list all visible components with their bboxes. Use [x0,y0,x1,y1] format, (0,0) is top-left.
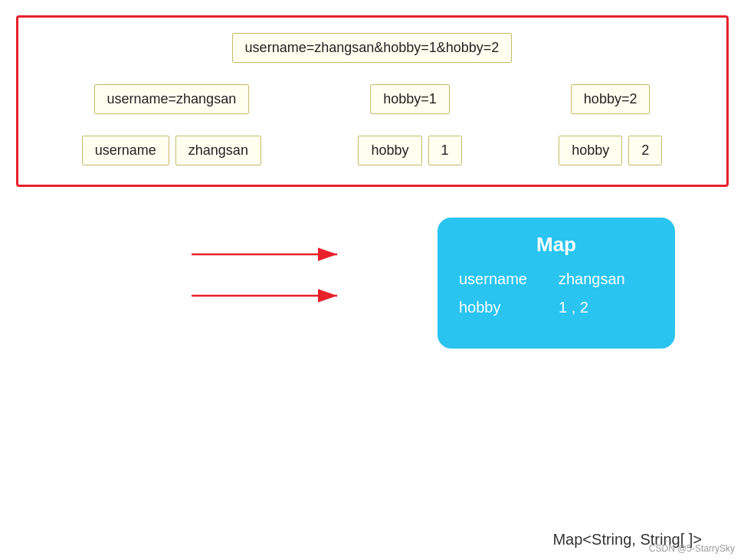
map-value-1: 1 , 2 [559,299,588,316]
main-container: username=zhangsan&hobby=1&hobby=2 userna… [0,0,744,560]
token-group-1: hobby 1 [358,136,461,165]
query-string-row: username=zhangsan&hobby=1&hobby=2 [34,33,711,63]
map-key-1: hobby [459,299,528,316]
pair-token-2: hobby=2 [571,84,651,114]
token-zhangsan: zhangsan [175,136,261,165]
pair-token-1: hobby=1 [370,84,450,114]
token-2: 2 [628,136,662,165]
map-key-0: username [459,270,528,288]
pairs-row: username=zhangsan hobby=1 hobby=2 [34,84,711,114]
token-group-2: hobby 2 [559,136,662,165]
token-group-0: username zhangsan [82,136,261,165]
map-row-1: hobby 1 , 2 [459,299,654,316]
map-value-0: zhangsan [559,270,625,288]
map-row-0: username zhangsan [459,270,654,288]
red-box: username=zhangsan&hobby=1&hobby=2 userna… [16,15,729,187]
map-box: Map username zhangsan hobby 1 , 2 [438,218,675,349]
watermark: CSDN @5-StarrySky [649,543,735,554]
tokens-row: username zhangsan hobby 1 hobby 2 [34,136,711,165]
arrows-svg [184,225,421,325]
token-hobby-1: hobby [358,136,421,165]
map-title: Map [459,233,654,257]
token-1: 1 [428,136,462,165]
pair-token-0: username=zhangsan [94,84,250,114]
token-hobby-2: hobby [559,136,622,165]
token-username: username [82,136,169,165]
query-string-token: username=zhangsan&hobby=1&hobby=2 [232,33,513,63]
